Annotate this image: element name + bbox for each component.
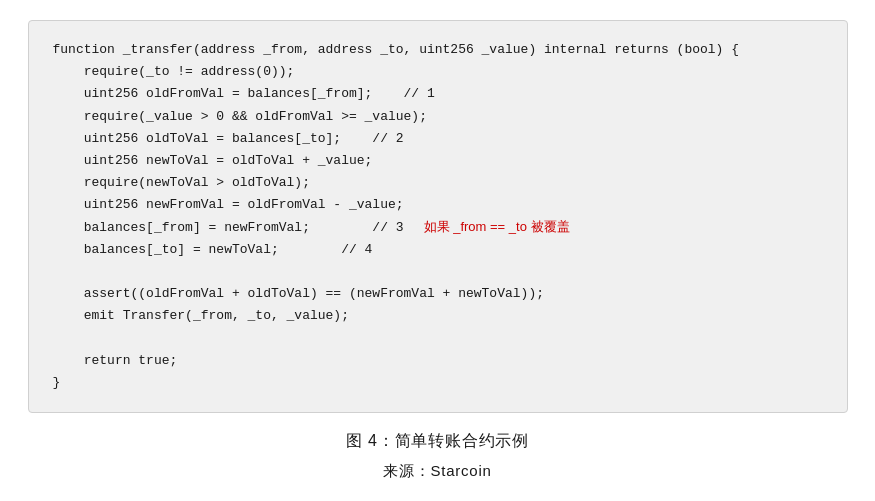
page-container: function _transfer(address _from, addres… (28, 20, 848, 481)
code-line: uint256 newFromVal = oldFromVal - _value… (53, 194, 823, 216)
code-block: function _transfer(address _from, addres… (28, 20, 848, 413)
code-text: function _transfer(address _from, addres… (53, 39, 740, 61)
code-text: uint256 newFromVal = oldFromVal - _value… (53, 194, 404, 216)
code-line: return true; (53, 350, 823, 372)
code-text: uint256 oldToVal = balances[_to]; (53, 128, 342, 150)
code-empty-line (53, 327, 823, 349)
code-empty-line (53, 261, 823, 283)
code-line: require(newToVal > oldToVal); (53, 172, 823, 194)
code-text: uint256 oldFromVal = balances[_from]; (53, 83, 373, 105)
code-text: require(_to != address(0)); (53, 61, 295, 83)
code-line: function _transfer(address _from, addres… (53, 39, 823, 61)
code-line: uint256 oldFromVal = balances[_from]; //… (53, 83, 823, 105)
code-text: balances[_from] = newFromVal; (53, 217, 310, 239)
code-annotation: 如果 _from == _to 被覆盖 (424, 216, 570, 238)
code-text: balances[_to] = newToVal; (53, 239, 279, 261)
code-comment: // 2 (341, 128, 403, 150)
code-line: assert((oldFromVal + oldToVal) == (newFr… (53, 283, 823, 305)
code-line: require(_value > 0 && oldFromVal >= _val… (53, 106, 823, 128)
figure-source: 来源：Starcoin (383, 462, 491, 481)
code-line: uint256 newToVal = oldToVal + _value; (53, 150, 823, 172)
code-comment: // 3 (310, 217, 404, 239)
code-text: emit Transfer(_from, _to, _value); (53, 305, 349, 327)
code-line: balances[_to] = newToVal; // 4 (53, 239, 823, 261)
code-line: uint256 oldToVal = balances[_to]; // 2 (53, 128, 823, 150)
code-comment: // 4 (279, 239, 373, 261)
code-line: emit Transfer(_from, _to, _value); (53, 305, 823, 327)
code-comment: // 1 (372, 83, 434, 105)
code-text: require(newToVal > oldToVal); (53, 172, 310, 194)
code-line: require(_to != address(0)); (53, 61, 823, 83)
code-line: } (53, 372, 823, 394)
code-text: assert((oldFromVal + oldToVal) == (newFr… (53, 283, 544, 305)
code-text: } (53, 372, 61, 394)
code-text: require(_value > 0 && oldFromVal >= _val… (53, 106, 427, 128)
code-text: return true; (53, 350, 178, 372)
code-text: uint256 newToVal = oldToVal + _value; (53, 150, 373, 172)
figure-caption: 图 4：简单转账合约示例 (346, 431, 529, 452)
code-line: balances[_from] = newFromVal; // 3如果 _fr… (53, 216, 823, 239)
